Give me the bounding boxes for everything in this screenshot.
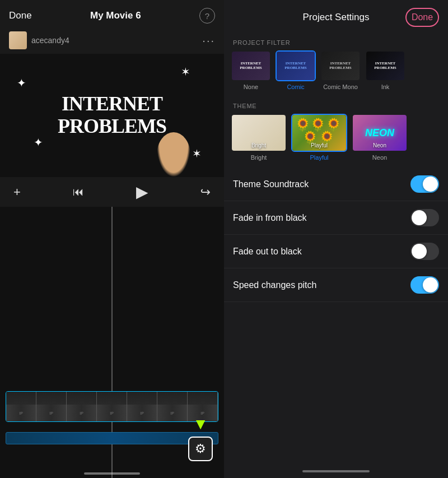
settings-done-button[interactable]: Done — [405, 8, 439, 27]
theme-item-playful[interactable]: 🌻 🌻 🌻 🌻 🌻 Playful Playful — [291, 114, 347, 161]
clip-frame: IP — [6, 392, 36, 421]
star-decoration: ✶ — [181, 65, 190, 78]
toggle-row-theme-soundtrack: Theme Soundtrack — [224, 168, 448, 201]
theme-overlay-playful: Playful — [292, 142, 346, 148]
toggle-label-theme-soundtrack: Theme Soundtrack — [233, 179, 309, 189]
theme-section-label: THEME — [224, 97, 448, 114]
avatar — [9, 31, 27, 49]
clip-thumbnail: IP — [97, 405, 127, 421]
clip-frame: IP — [67, 392, 97, 421]
clip-thumbnail: IP — [36, 405, 66, 421]
clip-thumbnail: IP — [67, 405, 96, 421]
clip-thumbnail: IP — [127, 405, 157, 421]
audio-track — [6, 432, 218, 444]
right-panel: Project Settings Done PROJECT FILTER INT… — [224, 0, 448, 478]
theme-row: Bright Bright 🌻 🌻 🌻 🌻 🌻 Playful Playful — [224, 114, 448, 168]
filter-preview-ink: INTERNETPROBLEMS — [366, 52, 404, 80]
filter-preview-comic-mono: INTERNETPROBLEMS — [321, 52, 360, 80]
clip-frame: IP — [97, 392, 127, 421]
gear-icon: ⚙ — [195, 442, 206, 456]
neon-label: NEON — [365, 127, 394, 139]
toggle-row-fade-out: Fade out to black — [224, 235, 448, 268]
right-header: Project Settings Done — [224, 0, 448, 34]
left-header: Done My Movie 6 ? — [0, 0, 224, 29]
theme-item-neon[interactable]: NEON Neon Neon — [352, 114, 408, 161]
toggle-knob — [412, 244, 427, 259]
filter-preview-none: INTERNETPROBLEMS — [232, 52, 270, 80]
theme-overlay-bright: Bright — [232, 142, 286, 148]
toggle-knob — [423, 277, 438, 293]
toggle-switch-theme-soundtrack[interactable] — [410, 175, 439, 193]
username: acecandy4 — [31, 36, 69, 45]
star-decoration: ✦ — [17, 76, 26, 90]
clip-frame: IP — [157, 392, 188, 421]
undo-button[interactable]: ↩ — [200, 185, 211, 199]
theme-thumb-bright[interactable]: Bright — [231, 114, 287, 152]
help-button[interactable]: ? — [199, 8, 215, 24]
filter-text: INTERNETPROBLEMS — [240, 62, 262, 70]
filter-row: INTERNETPROBLEMS None INTERNETPROBLEMS C… — [224, 50, 448, 97]
clip-thumbnail: IP — [157, 405, 187, 421]
filter-label-comic: Comic — [287, 83, 304, 90]
person-silhouette — [157, 132, 190, 177]
user-row: acecandy4 ··· — [0, 29, 224, 54]
filter-item-comic-mono[interactable]: INTERNETPROBLEMS Comic Mono — [320, 50, 361, 90]
theme-thumb-neon[interactable]: NEON Neon — [352, 114, 408, 152]
video-clip-track[interactable]: IP IP IP IP IP IP IP — [6, 391, 218, 422]
clip-thumbnail: IP — [6, 405, 36, 421]
gear-settings-button[interactable]: ⚙ — [188, 437, 213, 461]
toggle-switch-fade-out[interactable] — [410, 243, 439, 260]
filter-label-ink: Ink — [381, 83, 390, 90]
toggle-row-fade-in: Fade in from black — [224, 201, 448, 235]
done-button[interactable]: Done — [9, 10, 32, 21]
rewind-button[interactable]: ⏮ — [73, 185, 84, 198]
add-clip-button[interactable]: + — [13, 185, 21, 199]
clip-frame: IP — [36, 392, 67, 421]
timeline-area: IP IP IP IP IP IP IP ▼ ⚙ — [0, 207, 224, 478]
toggle-row-speed-pitch: Speed changes pitch — [224, 268, 448, 302]
home-indicator-right — [224, 470, 448, 478]
toggle-label-speed-pitch: Speed changes pitch — [233, 280, 316, 290]
playback-controls: + ⏮ ▶ ↩ — [0, 177, 224, 207]
filter-item-none[interactable]: INTERNETPROBLEMS None — [231, 50, 271, 90]
theme-label-playful: Playful — [310, 154, 328, 161]
theme-overlay-neon: Neon — [353, 142, 407, 148]
settings-btn-area: ▼ ⚙ — [188, 415, 213, 461]
video-title-line1: INTERNET — [58, 93, 166, 115]
project-filter-label: PROJECT FILTER — [224, 34, 448, 50]
theme-label-bright: Bright — [251, 154, 267, 161]
toggle-switch-fade-in[interactable] — [410, 209, 439, 226]
filter-label-none: None — [244, 83, 258, 90]
user-info: acecandy4 — [9, 31, 69, 49]
filter-thumb-comic-mono[interactable]: INTERNETPROBLEMS — [320, 50, 361, 81]
filter-text: INTERNETPROBLEMS — [374, 62, 396, 70]
toggle-label-fade-in: Fade in from black — [233, 213, 307, 223]
filter-thumb-ink[interactable]: INTERNETPROBLEMS — [365, 50, 405, 81]
filter-label-comic-mono: Comic Mono — [323, 83, 358, 90]
video-preview: ✦ ✶ ✦ ✶ INTERNET PROBLEMS — [0, 54, 224, 177]
video-title-line2: PROBLEMS — [58, 115, 166, 138]
star-decoration: ✦ — [34, 136, 43, 149]
toggle-label-fade-out: Fade out to black — [233, 247, 302, 257]
clip-frame: IP — [127, 392, 157, 421]
play-button[interactable]: ▶ — [136, 183, 148, 201]
filter-thumb-none[interactable]: INTERNETPROBLEMS — [231, 50, 271, 81]
down-arrow-icon: ▼ — [193, 415, 208, 433]
filter-text: INTERNETPROBLEMS — [329, 62, 351, 70]
theme-item-bright[interactable]: Bright Bright — [231, 114, 287, 161]
toggle-switch-speed-pitch[interactable] — [410, 276, 439, 294]
theme-thumb-playful[interactable]: 🌻 🌻 🌻 🌻 🌻 Playful — [291, 114, 347, 152]
toggle-knob — [423, 177, 438, 192]
movie-title: My Movie 6 — [90, 10, 141, 21]
more-options-button[interactable]: ··· — [202, 34, 215, 47]
toggle-knob — [412, 210, 427, 225]
home-indicator — [84, 472, 140, 475]
filter-text: INTERNETPROBLEMS — [284, 62, 306, 70]
filter-item-ink[interactable]: INTERNETPROBLEMS Ink — [365, 50, 405, 90]
filter-thumb-comic[interactable]: INTERNETPROBLEMS — [276, 50, 316, 81]
filter-item-comic[interactable]: INTERNETPROBLEMS Comic — [276, 50, 316, 90]
left-panel: Done My Movie 6 ? acecandy4 ··· ✦ ✶ ✦ ✶ … — [0, 0, 224, 478]
video-overlay-text: INTERNET PROBLEMS — [58, 93, 166, 137]
question-icon: ? — [205, 11, 209, 21]
filter-preview-comic: INTERNETPROBLEMS — [277, 52, 315, 80]
